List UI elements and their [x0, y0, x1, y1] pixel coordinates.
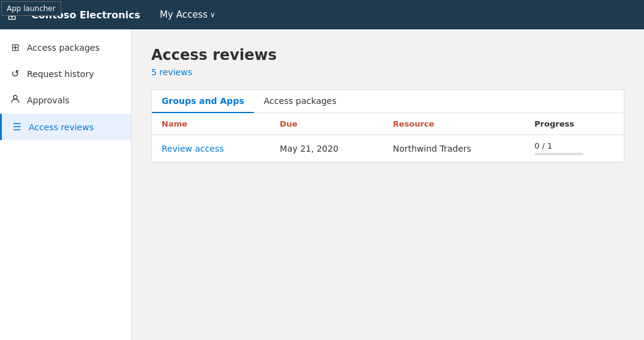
col-header-name[interactable]: Name: [152, 113, 270, 135]
review-progress: 0 / 1: [525, 135, 624, 162]
layout: ⊞ Access packages ↺ Request history Appr…: [0, 29, 644, 340]
sidebar-item-access-reviews[interactable]: ☰ Access reviews: [0, 114, 131, 140]
app-launcher-tooltip: App launcher: [1, 1, 61, 16]
col-header-resource[interactable]: Resource: [383, 113, 525, 135]
sidebar-item-approvals[interactable]: Approvals: [0, 87, 131, 114]
page-title: Access reviews: [151, 46, 624, 64]
review-due-date: May 21, 2020: [270, 135, 383, 162]
sidebar-label-request-history: Request history: [27, 69, 94, 79]
svg-point-0: [13, 95, 17, 99]
col-header-progress: Progress: [525, 113, 624, 135]
package-icon: ⊞: [10, 42, 21, 53]
progress-bar-background: [534, 153, 583, 155]
tab-groups-and-apps[interactable]: Groups and Apps: [152, 90, 254, 113]
review-count[interactable]: 5 reviews: [151, 67, 624, 77]
app-chevron-icon: ∨: [210, 10, 215, 19]
history-icon: ↺: [10, 68, 21, 79]
review-name-link[interactable]: Review access: [152, 135, 270, 162]
app-name-label: My Access: [160, 9, 208, 20]
table-row: Review access May 21, 2020 Northwind Tra…: [152, 135, 624, 162]
topbar: App launcher ⊞ Contoso Electronics My Ac…: [0, 0, 644, 29]
table-container: Groups and Apps Access packages Name Due…: [151, 89, 624, 163]
reviews-icon: ☰: [12, 121, 23, 133]
sidebar: ⊞ Access packages ↺ Request history Appr…: [0, 29, 132, 340]
sidebar-label-approvals: Approvals: [27, 95, 69, 105]
tab-access-packages[interactable]: Access packages: [254, 90, 346, 113]
sidebar-item-access-packages[interactable]: ⊞ Access packages: [0, 34, 131, 61]
sidebar-item-request-history[interactable]: ↺ Request history: [0, 61, 131, 87]
main-content: Access reviews 5 reviews Groups and Apps…: [132, 29, 644, 340]
progress-label: 0 / 1: [534, 141, 614, 150]
approvals-icon: [10, 94, 21, 106]
sidebar-label-access-packages: Access packages: [27, 43, 100, 53]
tabs: Groups and Apps Access packages: [152, 90, 624, 113]
reviews-table: Name Due Resource Progress Review access…: [152, 113, 624, 162]
app-name-button[interactable]: My Access ∨: [160, 9, 215, 20]
sidebar-label-access-reviews: Access reviews: [29, 122, 94, 132]
col-header-due[interactable]: Due: [270, 113, 383, 135]
review-resource: Northwind Traders: [383, 135, 525, 162]
